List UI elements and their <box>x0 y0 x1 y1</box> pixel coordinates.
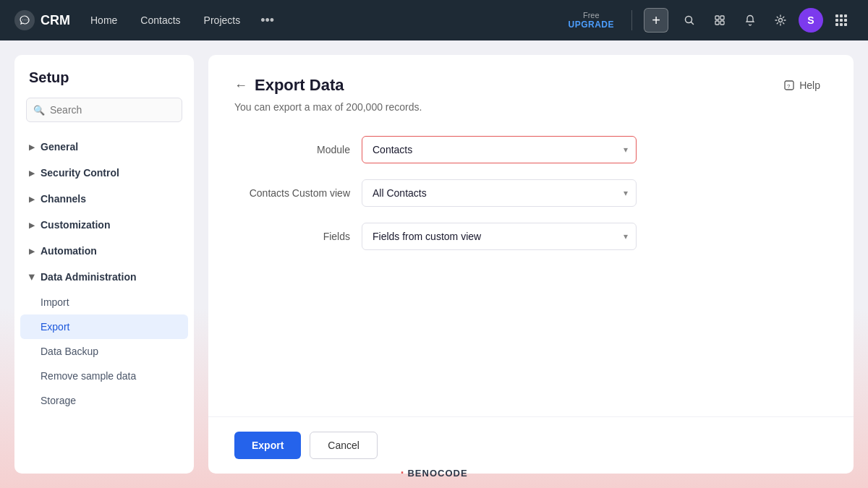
cancel-button[interactable]: Cancel <box>310 432 378 459</box>
sidebar-item-label: Automation <box>41 245 97 257</box>
brand-footer: · BENOCODE <box>400 466 467 481</box>
back-button[interactable]: ← <box>234 78 247 93</box>
module-row: Module Contacts Leads Deals Activities ▾ <box>234 136 827 163</box>
sidebar-subitem-label: Data Backup <box>41 346 98 357</box>
upgrade-section: Free UPGRADE <box>568 11 614 30</box>
content-header: ← Export Data ? Help <box>234 75 827 95</box>
layout-button[interactable] <box>707 8 732 33</box>
sidebar-item-label: Security Control <box>41 167 119 179</box>
sidebar-subitem-label: Storage <box>41 395 76 406</box>
module-select-wrapper: Contacts Leads Deals Activities ▾ <box>362 136 637 163</box>
free-label: Free <box>583 11 600 20</box>
arrow-icon: ▶ <box>29 169 35 177</box>
logo-icon <box>14 10 35 30</box>
nav-divider <box>631 10 632 30</box>
grid-icon <box>835 14 847 26</box>
logo-text: CRM <box>41 13 70 28</box>
sidebar-title: Setup <box>14 69 194 98</box>
sidebar-subitem-sample[interactable]: Remove sample data <box>14 364 194 388</box>
custom-view-row: Contacts Custom view All Contacts My Con… <box>234 179 827 207</box>
nav-projects[interactable]: Projects <box>195 10 250 30</box>
sidebar-item-label: Channels <box>41 193 86 205</box>
subtitle-text: You can export a max of 200,000 records. <box>234 101 827 113</box>
sidebar-subitem-import[interactable]: Import <box>14 290 194 314</box>
brand-name: BENOCODE <box>407 468 467 479</box>
help-button[interactable]: ? Help <box>776 75 827 95</box>
export-button[interactable]: Export <box>234 432 301 459</box>
search-button[interactable] <box>677 8 702 33</box>
custom-view-label: Contacts Custom view <box>234 187 350 199</box>
settings-button[interactable] <box>768 8 793 33</box>
sidebar-subitem-label: Import <box>41 296 69 308</box>
fields-select-wrapper: Fields from custom view All Fields Selec… <box>362 223 637 250</box>
sidebar-search-input[interactable] <box>26 98 182 122</box>
svg-rect-1 <box>715 16 719 20</box>
create-button[interactable]: + <box>644 8 668 33</box>
search-icon: 🔍 <box>33 105 45 116</box>
module-select[interactable]: Contacts Leads Deals Activities <box>362 136 637 163</box>
arrow-icon: ▶ <box>29 143 35 151</box>
page-title: Export Data <box>255 76 344 95</box>
svg-rect-3 <box>715 21 719 25</box>
fields-row: Fields Fields from custom view All Field… <box>234 223 827 250</box>
notifications-button[interactable] <box>738 8 762 33</box>
fields-label: Fields <box>234 231 350 242</box>
arrow-icon: ▶ <box>29 247 35 255</box>
apps-grid-button[interactable] <box>829 8 854 33</box>
upgrade-button[interactable]: UPGRADE <box>568 20 614 30</box>
sidebar-item-customization[interactable]: ▶ Customization <box>14 212 194 238</box>
content-inner: ← Export Data ? Help You can export a ma… <box>208 55 854 416</box>
arrow-icon: ▶ <box>29 195 35 203</box>
arrow-icon: ▶ <box>28 274 36 280</box>
sidebar-item-channels[interactable]: ▶ Channels <box>14 186 194 212</box>
module-label: Module <box>234 144 350 155</box>
sidebar-subitem-storage[interactable]: Storage <box>14 388 194 413</box>
svg-point-5 <box>779 19 783 22</box>
sidebar-item-security[interactable]: ▶ Security Control <box>14 160 194 186</box>
sidebar-sub-items: Import Export Data Backup Remove sample … <box>14 290 194 413</box>
sidebar: Setup 🔍 ▶ General ▶ Security Control ▶ C… <box>14 55 194 474</box>
nav-home[interactable]: Home <box>82 10 126 30</box>
svg-rect-4 <box>720 21 724 25</box>
title-row: ← Export Data <box>234 76 344 95</box>
fields-select[interactable]: Fields from custom view All Fields Selec… <box>362 223 637 250</box>
content-panel: ← Export Data ? Help You can export a ma… <box>208 55 854 474</box>
sidebar-nav: ▶ General ▶ Security Control ▶ Channels … <box>14 134 194 413</box>
sidebar-item-label: Data Administration <box>41 271 137 283</box>
custom-view-select-wrapper: All Contacts My Contacts Recently Added … <box>362 179 637 207</box>
top-navigation: CRM Home Contacts Projects ••• Free UPGR… <box>0 0 868 40</box>
sidebar-subitem-label: Export <box>41 321 69 333</box>
sidebar-subitem-backup[interactable]: Data Backup <box>14 339 194 364</box>
sidebar-item-general[interactable]: ▶ General <box>14 134 194 160</box>
svg-text:?: ? <box>787 83 791 90</box>
main-layout: Setup 🔍 ▶ General ▶ Security Control ▶ C… <box>0 40 868 488</box>
custom-view-select[interactable]: All Contacts My Contacts Recently Added <box>362 179 637 207</box>
avatar[interactable]: S <box>799 8 823 33</box>
sidebar-item-data-admin[interactable]: ▶ Data Administration <box>14 264 194 290</box>
sidebar-item-automation[interactable]: ▶ Automation <box>14 238 194 264</box>
arrow-icon: ▶ <box>29 221 35 229</box>
sidebar-item-label: Customization <box>41 219 110 231</box>
nav-contacts[interactable]: Contacts <box>132 10 189 30</box>
sidebar-subitem-export[interactable]: Export <box>20 314 188 339</box>
brand-dot: · <box>400 466 404 481</box>
help-label: Help <box>799 80 820 91</box>
sidebar-search-container: 🔍 <box>26 98 182 122</box>
sidebar-subitem-label: Remove sample data <box>41 370 136 382</box>
svg-rect-2 <box>720 16 724 20</box>
nav-more-button[interactable]: ••• <box>255 9 280 33</box>
sidebar-item-label: General <box>41 141 78 153</box>
logo[interactable]: CRM <box>14 10 70 30</box>
content-footer: Export Cancel <box>208 416 854 474</box>
